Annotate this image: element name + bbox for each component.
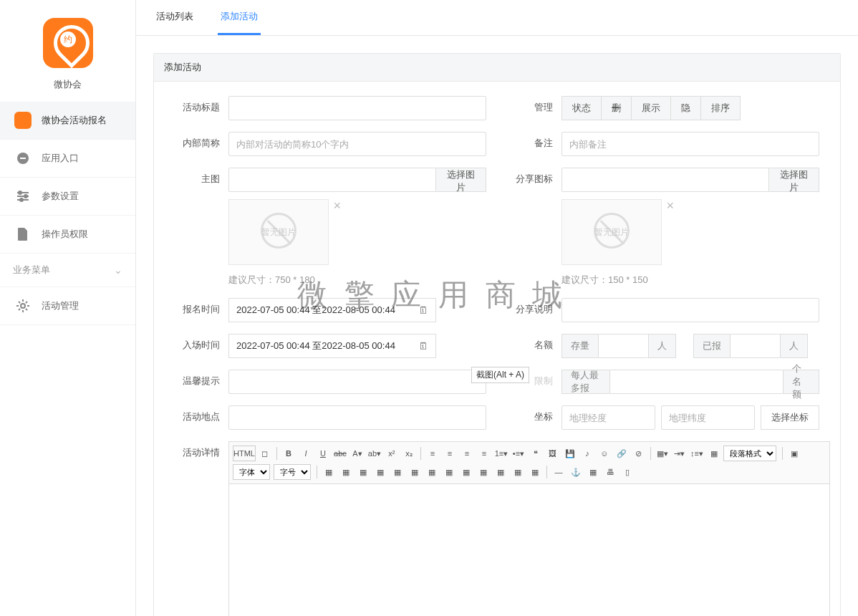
btn-show[interactable]: 展示 (631, 96, 671, 120)
tb-save-icon[interactable]: 💾 (562, 446, 578, 461)
tb-t5-icon[interactable]: ▦ (390, 464, 405, 480)
tb-indent-icon[interactable]: ⇥▾ (672, 446, 688, 461)
tb-print-icon[interactable]: 🖶 (602, 464, 618, 480)
input-entertime[interactable]: 2022-07-05 00:44 至2022-08-05 00:44 🗓 (228, 334, 436, 358)
input-mainimg[interactable] (228, 168, 436, 192)
tb-strike-icon[interactable]: abc (332, 446, 348, 461)
tb-t12-icon[interactable]: ▦ (510, 464, 526, 480)
sidebar: 约 微协会 微协会活动报名 应用入口 参数设置 操作员权限 业务菜单 ⌄ 活动管… (0, 0, 136, 616)
tb-ul-icon[interactable]: •≡▾ (511, 446, 526, 461)
nav-label: 微协会活动报名 (42, 114, 107, 127)
tb-italic-icon[interactable]: I (298, 446, 314, 461)
tb-link-icon[interactable]: 🔗 (614, 446, 630, 461)
tb-align-center-icon[interactable]: ≡ (442, 446, 458, 461)
btn-sort[interactable]: 排序 (700, 96, 741, 120)
tb-fontcolor-icon[interactable]: A▾ (350, 446, 365, 461)
tb-sup-icon[interactable]: x² (384, 446, 400, 461)
nav-label: 应用入口 (42, 152, 79, 165)
input-stock[interactable] (598, 334, 648, 358)
input-tip[interactable] (228, 370, 486, 394)
editor-content[interactable] (228, 484, 830, 616)
svg-point-7 (20, 198, 23, 201)
input-reported[interactable] (730, 334, 780, 358)
btn-select-shareimg[interactable]: 选择图片 (769, 168, 819, 192)
tb-align-justify-icon[interactable]: ≡ (476, 446, 492, 461)
tb-align-left-icon[interactable]: ≡ (425, 446, 440, 461)
input-lng[interactable] (561, 405, 655, 430)
tb-t1-icon[interactable]: ▦ (321, 464, 337, 480)
btn-hide[interactable]: 隐 (670, 96, 701, 120)
tb-preview-icon[interactable]: ◻ (257, 446, 273, 461)
tb-anchor-icon[interactable]: ⚓ (568, 464, 584, 480)
tb-ol-icon[interactable]: 1≡▾ (493, 446, 509, 461)
tb-hr-icon[interactable]: — (551, 464, 567, 480)
tb-emoji-icon[interactable]: ☺ (597, 446, 612, 461)
close-icon[interactable]: × (333, 198, 341, 213)
input-title[interactable] (228, 96, 486, 120)
label-coord: 坐标 (497, 405, 561, 423)
tb-t6-icon[interactable]: ▦ (407, 464, 423, 480)
nav-activity-signup[interactable]: 微协会活动报名 (0, 102, 135, 140)
input-remark[interactable] (561, 132, 819, 156)
nav-app-entry[interactable]: 应用入口 (0, 140, 135, 178)
label-mainimg: 主图 (164, 168, 228, 186)
tb-image-icon[interactable]: 🖼 (545, 446, 561, 461)
tb-html[interactable]: HTML (233, 446, 256, 461)
tb-align-right-icon[interactable]: ≡ (459, 446, 475, 461)
tb-font-select[interactable]: 字体 (233, 464, 270, 480)
tb-t4-icon[interactable]: ▦ (372, 464, 388, 480)
business-menu-header[interactable]: 业务菜单 ⌄ (0, 254, 135, 287)
btn-delete[interactable]: 删 (601, 96, 632, 120)
person-suffix: 人 (780, 334, 808, 358)
tb-table-icon[interactable]: ▦▾ (655, 446, 670, 461)
tb-t13-icon[interactable]: ▦ (527, 464, 543, 480)
tb-t11-icon[interactable]: ▦ (493, 464, 508, 480)
tb-bgcolor-icon[interactable]: ab▾ (367, 446, 382, 461)
input-signtime[interactable]: 2022-07-05 00:44 至2022-08-05 00:44 🗓 (228, 298, 436, 322)
tb-unlink-icon[interactable]: ⊘ (631, 446, 647, 461)
panel-title: 添加活动 (154, 54, 840, 82)
input-shareimg[interactable] (561, 168, 769, 192)
label-entertime: 入场时间 (164, 334, 228, 352)
no-image-text: 暂无图片 (261, 226, 296, 239)
editor-toolbar: HTML ◻ B I U abc A▾ ab▾ x² x₂ (228, 441, 830, 484)
tab-activity-list[interactable]: 活动列表 (153, 0, 196, 35)
btn-select-mainimg[interactable]: 选择图片 (436, 168, 486, 192)
chat-icon (14, 150, 32, 167)
entertime-value: 2022-07-05 00:44 至2022-08-05 00:44 (236, 340, 395, 352)
tb-bold-icon[interactable]: B (281, 446, 297, 461)
input-lat[interactable] (661, 405, 755, 430)
tb-lineheight-icon[interactable]: ↕≡▾ (689, 446, 705, 461)
manage-button-group: 状态 删 展示 隐 排序 (561, 96, 830, 120)
tb-t3-icon[interactable]: ▦ (355, 464, 371, 480)
btn-status[interactable]: 状态 (561, 96, 602, 120)
tb-t2-icon[interactable]: ▦ (338, 464, 354, 480)
input-addr[interactable] (228, 405, 486, 430)
nav-param-settings[interactable]: 参数设置 (0, 178, 135, 216)
nav-activity-manage[interactable]: 活动管理 (0, 287, 135, 325)
tb-t8-icon[interactable]: ▦ (441, 464, 457, 480)
tab-add-activity[interactable]: 添加活动 (218, 0, 261, 35)
input-shortname[interactable] (228, 132, 486, 156)
input-sharedesc[interactable] (561, 298, 819, 322)
app-name: 微协会 (0, 78, 135, 91)
nav-operator-perm[interactable]: 操作员权限 (0, 216, 135, 254)
panel: 添加活动 微 擎 应 用 商 城 活动标题 管理 (153, 53, 841, 616)
chevron-down-icon: ⌄ (114, 264, 122, 276)
tb-page-icon[interactable]: ▯ (620, 464, 635, 480)
close-icon[interactable]: × (666, 198, 674, 213)
tb-clear-icon[interactable]: ▦ (706, 446, 722, 461)
tb-sub-icon[interactable]: x₂ (401, 446, 417, 461)
tb-size-select[interactable]: 字号 (274, 464, 311, 480)
tb-fullscreen-icon[interactable]: ▣ (786, 446, 802, 461)
tb-quote-icon[interactable]: ❝ (528, 446, 544, 461)
tb-music-icon[interactable]: ♪ (579, 446, 595, 461)
btn-select-coord[interactable]: 选择坐标 (761, 405, 819, 430)
tb-t7-icon[interactable]: ▦ (424, 464, 440, 480)
tb-t10-icon[interactable]: ▦ (476, 464, 491, 480)
tb-underline-icon[interactable]: U (315, 446, 331, 461)
input-perperson[interactable] (609, 370, 782, 394)
tb-t9-icon[interactable]: ▦ (458, 464, 474, 480)
tb-code-icon[interactable]: ▦ (585, 464, 601, 480)
tb-paragraph-select[interactable]: 段落格式 (723, 446, 776, 461)
